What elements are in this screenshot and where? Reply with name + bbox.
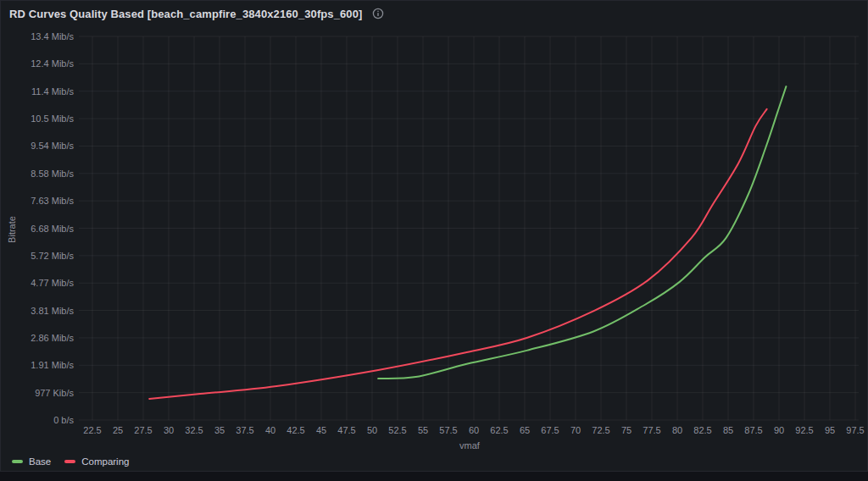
x-tick-label: 47.5 xyxy=(337,425,355,435)
x-tick-label: 90 xyxy=(774,425,784,435)
x-tick-label: 55 xyxy=(418,425,428,435)
x-tick-label: 82.5 xyxy=(693,425,711,435)
x-tick-label: 60 xyxy=(469,425,479,435)
legend-label-base[interactable]: Base xyxy=(29,456,51,467)
y-tick-label: 4.77 Mib/s xyxy=(31,278,74,288)
y-tick-label: 12.4 Mib/s xyxy=(31,58,74,69)
x-tick-label: 70 xyxy=(570,425,581,435)
comparing-series-color-marker xyxy=(64,460,75,463)
y-tick-label: 977 Kib/s xyxy=(35,388,74,398)
x-tick-label: 57.5 xyxy=(439,425,457,435)
x-tick-label: 22.5 xyxy=(83,425,101,435)
chart-plot-area[interactable]: 0 b/s977 Kib/s1.91 Mib/s2.86 Mib/s3.81 M… xyxy=(1,1,867,451)
y-tick-label: 11.4 Mib/s xyxy=(31,86,74,97)
base-series-color-marker xyxy=(12,460,23,463)
x-tick-label: 62.5 xyxy=(490,425,508,435)
y-tick-label: 8.58 Mib/s xyxy=(31,169,74,179)
x-tick-label: 97.5 xyxy=(846,425,864,435)
legend: Base Comparing xyxy=(12,456,129,467)
y-tick-label: 10.5 Mib/s xyxy=(31,113,74,124)
dashboard-background: RD Curves Quality Based [beach_campfire_… xyxy=(0,0,868,481)
x-tick-label: 52.5 xyxy=(388,425,406,435)
y-tick-label: 2.86 Mib/s xyxy=(31,333,74,343)
x-tick-label: 72.5 xyxy=(592,425,609,435)
x-tick-label: 35 xyxy=(214,425,225,435)
x-tick-label: 80 xyxy=(672,425,682,435)
y-axis-title: Bitrate xyxy=(7,216,17,243)
y-tick-label: 1.91 Mib/s xyxy=(31,360,74,370)
curve-base xyxy=(378,86,786,379)
x-tick-label: 65 xyxy=(520,425,530,435)
curve-comparing xyxy=(149,109,766,399)
x-tick-label: 75 xyxy=(621,425,632,435)
x-tick-label: 77.5 xyxy=(643,425,660,435)
legend-item-comparing[interactable]: Comparing xyxy=(64,456,129,467)
y-tick-label: 9.54 Mib/s xyxy=(31,141,74,151)
y-tick-label: 13.4 Mib/s xyxy=(31,31,74,41)
x-tick-label: 67.5 xyxy=(541,425,559,435)
y-tick-label: 3.81 Mib/s xyxy=(31,306,74,316)
x-tick-label: 27.5 xyxy=(134,425,152,435)
y-tick-label: 6.68 Mib/s xyxy=(31,224,74,234)
x-tick-label: 32.5 xyxy=(185,425,203,435)
x-tick-label: 45 xyxy=(316,425,326,435)
x-tick-label: 95 xyxy=(825,425,835,435)
x-tick-label: 37.5 xyxy=(236,425,253,435)
x-tick-label: 50 xyxy=(367,425,377,435)
x-axis-title: vmaf xyxy=(459,440,480,451)
y-tick-label: 5.72 Mib/s xyxy=(31,251,74,261)
legend-label-comparing[interactable]: Comparing xyxy=(81,456,129,467)
x-tick-label: 40 xyxy=(265,425,275,435)
x-tick-label: 92.5 xyxy=(795,425,813,435)
legend-item-base[interactable]: Base xyxy=(12,456,51,467)
rd-curves-panel: RD Curves Quality Based [beach_campfire_… xyxy=(0,0,868,472)
x-tick-label: 42.5 xyxy=(287,425,304,435)
y-tick-label: 0 b/s xyxy=(53,415,74,425)
x-tick-label: 85 xyxy=(723,425,733,435)
y-tick-label: 7.63 Mib/s xyxy=(31,196,74,206)
x-tick-label: 25 xyxy=(113,425,123,435)
x-tick-label: 87.5 xyxy=(744,425,762,435)
x-tick-label: 30 xyxy=(164,425,174,435)
